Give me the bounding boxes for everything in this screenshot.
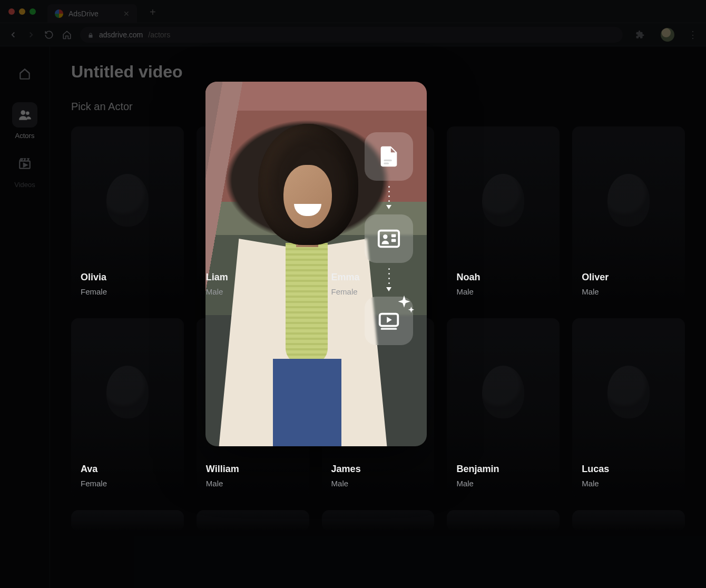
close-window-icon[interactable] — [8, 8, 15, 15]
browser-tab-strip: AdsDrive ✕ + — [0, 0, 706, 23]
actor-card[interactable]: Benjamin Male — [447, 318, 560, 497]
svg-rect-6 — [384, 163, 389, 164]
actor-gender: Male — [206, 287, 300, 296]
actor-card[interactable]: Oliver Male — [572, 126, 685, 306]
url-path: /actors — [148, 31, 170, 39]
actor-card[interactable]: Olivia Female — [71, 126, 184, 306]
actor-name: Lucas — [582, 464, 675, 475]
address-bar[interactable]: adsdrive.com/actors — [80, 27, 623, 43]
actor-card[interactable]: Noah Male — [447, 126, 560, 306]
sidebar-item-actors[interactable]: Actors — [6, 102, 43, 140]
onboarding-steps — [365, 132, 413, 345]
svg-marker-12 — [387, 317, 392, 323]
svg-marker-3 — [24, 163, 27, 167]
extensions-icon[interactable] — [635, 30, 645, 40]
page-title: Untitled video — [71, 62, 685, 82]
actor-gender: Male — [582, 287, 675, 296]
browser-toolbar: adsdrive.com/actors ⋮ — [0, 23, 706, 46]
forward-icon[interactable] — [26, 30, 36, 40]
tab-title: AdsDrive — [68, 9, 99, 18]
close-tab-icon[interactable]: ✕ — [123, 9, 130, 18]
tab-favicon-icon — [55, 9, 63, 18]
actor-card[interactable] — [322, 510, 435, 531]
maximize-window-icon[interactable] — [30, 8, 36, 15]
actor-gender: Male — [331, 479, 425, 488]
contact-card-icon — [377, 227, 401, 251]
step-contact[interactable] — [365, 214, 413, 263]
browser-profile-avatar[interactable] — [661, 28, 674, 42]
svg-rect-9 — [391, 234, 396, 237]
actor-name: Oliver — [582, 272, 675, 283]
actor-gender: Female — [81, 479, 174, 488]
actor-card[interactable]: Lucas Male — [572, 318, 685, 497]
browser-menu-icon[interactable]: ⋮ — [688, 29, 698, 41]
clapperboard-icon — [18, 157, 32, 171]
step-connector — [388, 181, 389, 214]
actor-name: Liam — [206, 272, 300, 283]
sidebar: Actors Videos — [0, 46, 50, 588]
actor-gender: Male — [206, 479, 300, 488]
actor-name: William — [206, 464, 300, 475]
new-tab-button[interactable]: + — [150, 6, 156, 18]
actor-gender: Male — [582, 479, 675, 488]
actor-name: Olivia — [81, 272, 174, 283]
sidebar-item-label: Actors — [15, 132, 35, 140]
actor-card[interactable] — [71, 510, 184, 531]
actor-name: Benjamin — [456, 464, 550, 475]
actor-card[interactable]: Ava Female — [71, 318, 184, 497]
actor-card[interactable] — [197, 510, 309, 531]
svg-rect-10 — [391, 239, 396, 242]
actor-card[interactable] — [572, 510, 685, 531]
svg-rect-13 — [381, 328, 397, 329]
sidebar-item-label: Videos — [14, 181, 35, 189]
actor-gender: Female — [331, 287, 425, 296]
step-document[interactable] — [365, 132, 413, 181]
window-traffic-lights — [8, 8, 36, 15]
actor-gender: Female — [81, 287, 174, 296]
actor-name: Emma — [331, 272, 425, 283]
home-icon[interactable] — [62, 30, 72, 40]
step-generate-video[interactable] — [365, 297, 413, 345]
document-icon — [377, 144, 401, 169]
sidebar-item-home[interactable] — [6, 61, 43, 91]
actor-gender: Male — [456, 479, 550, 488]
browser-tab[interactable]: AdsDrive ✕ — [47, 4, 137, 23]
minimize-window-icon[interactable] — [19, 8, 25, 15]
sparkle-icon — [392, 293, 416, 320]
onboarding-modal[interactable] — [205, 82, 427, 446]
actor-name: Ava — [81, 464, 174, 475]
actor-card[interactable] — [447, 510, 560, 531]
home-outline-icon — [18, 67, 32, 81]
actor-name: James — [331, 464, 425, 475]
svg-point-0 — [21, 110, 25, 115]
svg-point-1 — [26, 112, 29, 115]
back-icon[interactable] — [8, 30, 18, 40]
sidebar-item-videos[interactable]: Videos — [6, 151, 43, 189]
svg-rect-7 — [379, 231, 399, 247]
actor-name: Noah — [456, 272, 550, 283]
reload-icon[interactable] — [44, 30, 54, 40]
actor-gender: Male — [456, 287, 550, 296]
lock-icon — [87, 32, 94, 38]
people-icon — [18, 108, 32, 122]
svg-rect-5 — [384, 160, 391, 161]
svg-point-8 — [383, 234, 387, 239]
url-host: adsdrive.com — [99, 31, 143, 39]
